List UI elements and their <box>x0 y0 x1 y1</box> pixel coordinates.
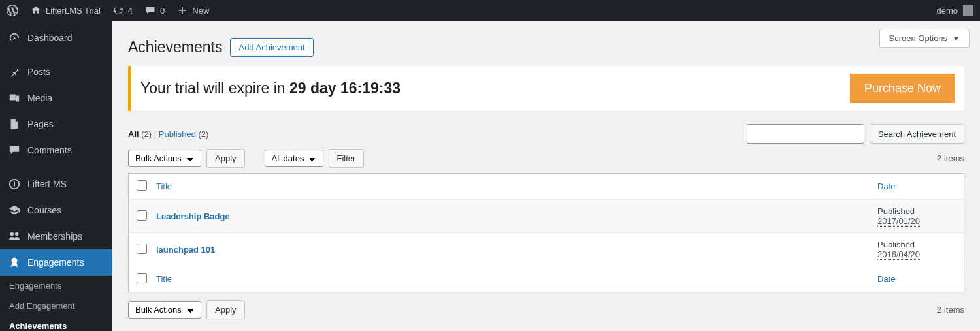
home-icon <box>30 5 42 16</box>
row-date: 2017/01/20 <box>877 216 956 226</box>
sidebar-item-dashboard[interactable]: Dashboard <box>0 25 112 51</box>
updates[interactable]: 4 <box>112 5 133 16</box>
page-title: Achievements <box>128 39 222 56</box>
sidebar-item-memberships[interactable]: Memberships <box>0 223 112 249</box>
col-date[interactable]: Date <box>877 181 895 191</box>
submenu-add-engagement[interactable]: Add Engagement <box>0 296 112 316</box>
caret-down-icon: ▼ <box>953 35 960 42</box>
comment-icon <box>8 144 21 157</box>
bulk-left: Bulk Actions Apply All dates Filter <box>128 149 364 168</box>
apply-button-bottom[interactable]: Apply <box>206 300 245 319</box>
page-icon <box>8 118 21 131</box>
comments-icon <box>144 5 156 16</box>
date-filter-select[interactable]: All dates <box>265 150 323 167</box>
bulk-action-select-bottom[interactable]: Bulk Actions <box>128 301 201 319</box>
sidebar-item-label: Courses <box>27 205 61 215</box>
sidebar: Dashboard Posts Media Pages Comments Lif… <box>0 21 112 331</box>
select-all-bottom[interactable] <box>137 273 147 283</box>
svg-point-4 <box>12 258 18 264</box>
status-sep: | <box>154 129 159 139</box>
achievement-link[interactable]: launchpad 101 <box>156 245 215 255</box>
pin-icon <box>8 65 21 78</box>
items-count-bottom: 2 items <box>937 305 964 315</box>
sidebar-item-label: Media <box>27 93 52 103</box>
sidebar-item-engagements[interactable]: Engagements <box>0 249 112 276</box>
wp-logo[interactable] <box>7 5 18 16</box>
sidebar-item-comments[interactable]: Comments <box>0 137 112 163</box>
screen-options-label: Screen Options <box>889 33 948 43</box>
sidebar-item-lifterlms[interactable]: LifterLMS <box>0 171 112 197</box>
page-header: Achievements Add Achievement <box>112 21 980 57</box>
updates-count: 4 <box>128 6 133 16</box>
trial-notice: Your trial will expire in 29 day 16:19:3… <box>128 66 964 111</box>
sidebar-item-posts[interactable]: Posts <box>0 59 112 85</box>
award-icon <box>8 256 21 269</box>
table-foot: Title Date <box>129 266 964 292</box>
svg-point-3 <box>15 232 18 236</box>
graduation-icon <box>8 204 21 217</box>
row-checkbox[interactable] <box>137 210 147 221</box>
achievements-table: Title Date Leadership Badge Published 20… <box>128 173 964 292</box>
new-label: New <box>192 6 209 16</box>
wrap: Dashboard Posts Media Pages Comments Lif… <box>0 21 980 331</box>
purchase-now-button[interactable]: Purchase Now <box>850 74 955 103</box>
bulk-row-bottom: Bulk Actions Apply 2 items <box>112 292 980 327</box>
site-name[interactable]: LifterLMS Trial <box>30 5 101 16</box>
admin-bar-left: LifterLMS Trial 4 0 New <box>7 5 209 16</box>
row-status: Published <box>877 206 956 216</box>
search-button[interactable]: Search Achievement <box>870 124 964 144</box>
sidebar-submenu: Engagements Add Engagement Achievements <box>0 276 112 331</box>
dashboard-icon <box>8 31 21 44</box>
filters-row: All (2) | Published (2) Search Achieveme… <box>112 118 980 149</box>
filter-published[interactable]: Published <box>159 129 196 139</box>
trial-prefix: Your trial will expire in <box>140 80 289 97</box>
col-title[interactable]: Title <box>156 181 172 191</box>
avatar <box>963 5 973 16</box>
submenu-engagements[interactable]: Engagements <box>0 276 112 296</box>
items-count-top: 2 items <box>937 153 964 163</box>
comments[interactable]: 0 <box>144 5 165 16</box>
table-row: Leadership Badge Published 2017/01/20 <box>129 200 964 233</box>
bulk-action-select[interactable]: Bulk Actions <box>128 150 201 167</box>
sidebar-item-label: Memberships <box>27 231 82 242</box>
admin-bar: LifterLMS Trial 4 0 New demo <box>0 0 980 21</box>
achievement-link[interactable]: Leadership Badge <box>156 212 230 221</box>
apply-button[interactable]: Apply <box>206 149 245 168</box>
table-head: Title Date <box>129 174 964 200</box>
trial-text: Your trial will expire in 29 day 16:19:3… <box>140 80 400 97</box>
add-achievement-button[interactable]: Add Achievement <box>230 38 313 57</box>
screen-options-tab[interactable]: Screen Options ▼ <box>879 29 970 48</box>
sidebar-item-label: Comments <box>27 145 72 155</box>
sidebar-item-pages[interactable]: Pages <box>0 111 112 137</box>
row-checkbox[interactable] <box>137 244 147 254</box>
sidebar-item-label: Posts <box>27 67 50 77</box>
col-title-foot[interactable]: Title <box>156 274 172 284</box>
sidebar-item-label: LifterLMS <box>27 179 67 189</box>
filter-all[interactable]: All (2) <box>128 129 152 139</box>
row-date: 2016/04/20 <box>877 249 956 259</box>
plus-icon <box>176 5 188 16</box>
new-content[interactable]: New <box>176 5 209 16</box>
user-name: demo <box>936 6 958 16</box>
media-icon <box>8 91 21 104</box>
updates-icon <box>112 5 124 16</box>
comments-count: 0 <box>160 6 165 16</box>
sidebar-item-label: Dashboard <box>27 33 73 43</box>
lifterlms-icon <box>8 178 21 191</box>
bulk-left-bottom: Bulk Actions Apply <box>128 300 245 319</box>
group-icon <box>8 230 21 243</box>
search-input[interactable] <box>747 124 864 144</box>
submenu-achievements[interactable]: Achievements <box>0 316 112 331</box>
col-date-foot[interactable]: Date <box>877 274 895 284</box>
site-name-label: LifterLMS Trial <box>46 6 101 16</box>
trial-countdown: 29 day 16:19:33 <box>289 80 400 97</box>
sidebar-item-courses[interactable]: Courses <box>0 197 112 223</box>
table-row: launchpad 101 Published 2016/04/20 <box>129 233 964 266</box>
bulk-row-top: Bulk Actions Apply All dates Filter 2 it… <box>112 149 980 173</box>
content: Screen Options ▼ Achievements Add Achiev… <box>112 21 980 331</box>
filter-button[interactable]: Filter <box>329 149 365 168</box>
admin-bar-right[interactable]: demo <box>936 5 973 16</box>
select-all-top[interactable] <box>137 180 147 191</box>
sidebar-item-media[interactable]: Media <box>0 85 112 111</box>
row-status: Published <box>877 240 956 249</box>
